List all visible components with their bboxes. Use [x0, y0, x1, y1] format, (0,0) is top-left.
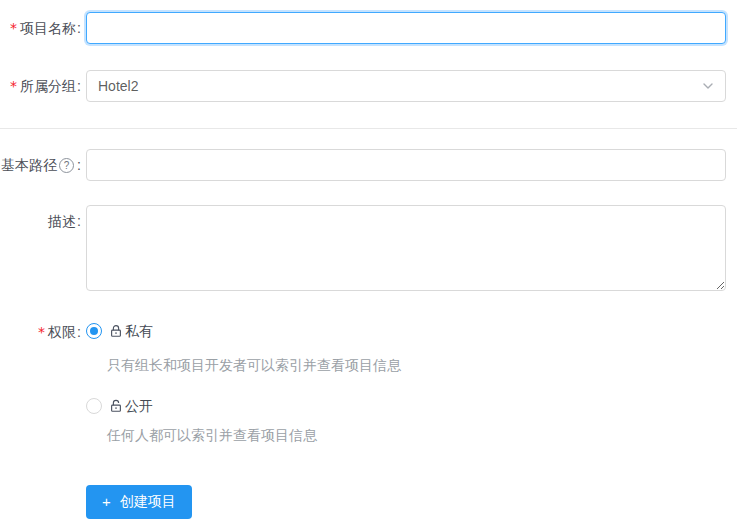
- permission-label: *权限:: [0, 322, 86, 341]
- lock-closed-icon: [109, 324, 123, 338]
- chevron-down-icon: [702, 80, 714, 92]
- help-icon[interactable]: ?: [59, 158, 74, 173]
- label-colon: :: [77, 324, 81, 340]
- form-row-submit: + 创建项目: [0, 485, 737, 519]
- required-mark: *: [10, 20, 17, 36]
- label-colon: :: [77, 20, 81, 36]
- create-project-form: *项目名称: *所属分组: Hotel2 基本路径?: 描述: *权限:: [0, 12, 737, 525]
- label-colon: :: [77, 213, 81, 229]
- label-colon: :: [77, 157, 81, 173]
- radio-public[interactable]: [86, 398, 102, 414]
- private-permission-description: 只有组长和项目开发者可以索引并查看项目信息: [86, 355, 726, 375]
- permission-label-text: 权限: [48, 324, 76, 340]
- base-path-label: 基本路径?:: [0, 149, 86, 181]
- radio-public-text: 公开: [109, 397, 153, 415]
- description-label-text: 描述: [48, 213, 76, 229]
- base-path-input[interactable]: [86, 149, 726, 181]
- project-name-input[interactable]: [86, 12, 726, 44]
- permission-radio-group: 私有 只有组长和项目开发者可以索引并查看项目信息 公开 任何人都可以索引并查看项…: [86, 322, 726, 445]
- required-mark: *: [38, 324, 45, 340]
- group-control: Hotel2: [86, 70, 726, 102]
- base-path-label-text: 基本路径: [1, 157, 57, 173]
- base-path-control: [86, 149, 726, 181]
- section-divider: [0, 128, 737, 129]
- required-mark: *: [10, 78, 17, 94]
- form-row-description: 描述:: [0, 205, 737, 291]
- group-select-value: Hotel2: [98, 78, 138, 94]
- group-label-text: 所属分组: [20, 78, 76, 94]
- create-project-button[interactable]: + 创建项目: [86, 485, 192, 519]
- label-colon: :: [77, 78, 81, 94]
- form-row-permission: *权限: 私有 只有组长和项目开发者可以索引并查看项目信息: [0, 322, 737, 445]
- radio-option-public[interactable]: 公开: [86, 397, 726, 415]
- public-permission-description: 任何人都可以索引并查看项目信息: [86, 425, 726, 445]
- lock-open-icon: [109, 399, 123, 413]
- description-control: [86, 205, 726, 291]
- radio-private-text: 私有: [109, 322, 153, 340]
- create-project-button-label: 创建项目: [120, 493, 176, 511]
- project-name-label-text: 项目名称: [20, 20, 76, 36]
- form-row-project-name: *项目名称:: [0, 12, 737, 44]
- description-textarea[interactable]: [86, 205, 726, 291]
- form-row-group: *所属分组: Hotel2: [0, 70, 737, 102]
- group-label: *所属分组:: [0, 70, 86, 102]
- plus-icon: +: [102, 493, 111, 510]
- form-row-base-path: 基本路径?:: [0, 149, 737, 181]
- project-name-control: [86, 12, 726, 44]
- radio-public-label: 公开: [125, 397, 153, 415]
- radio-private[interactable]: [86, 323, 102, 339]
- radio-private-label: 私有: [125, 322, 153, 340]
- project-name-label: *项目名称:: [0, 12, 86, 44]
- description-label: 描述:: [0, 205, 86, 237]
- radio-option-private[interactable]: 私有: [86, 322, 726, 340]
- group-select[interactable]: Hotel2: [86, 70, 726, 102]
